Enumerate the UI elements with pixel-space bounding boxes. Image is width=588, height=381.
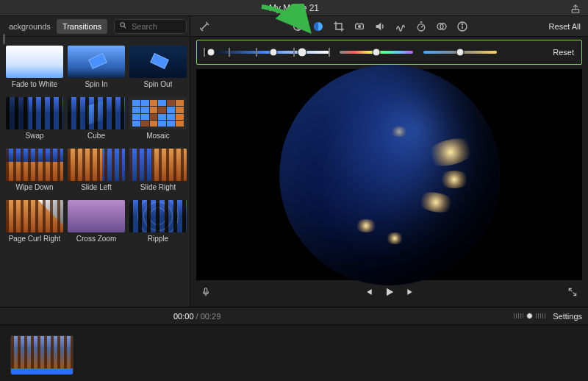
transition-label: Fade to White: [12, 80, 57, 88]
clip-filter-icon[interactable]: [435, 20, 448, 33]
timeline-header: 00:00 / 00:29 Settings: [0, 307, 588, 325]
exposure-highlights-handle[interactable]: [297, 48, 306, 57]
prev-frame-button[interactable]: [363, 287, 373, 300]
stabilization-icon[interactable]: [353, 20, 366, 33]
transition-thumbnail: [68, 97, 125, 129]
transition-thumbnail: [129, 149, 187, 181]
timecode: 00:00 / 00:29: [173, 312, 220, 321]
transition-label: Cross Zoom: [76, 235, 116, 243]
temperature-slider[interactable]: [423, 46, 497, 59]
play-button[interactable]: [384, 286, 395, 301]
exposure-shadows-handle[interactable]: [207, 49, 215, 57]
timeline-zoom-handle[interactable]: [526, 313, 533, 319]
transition-item[interactable]: Cross Zoom: [68, 200, 125, 243]
media-browser: ackgrounds Transitions Fade to WhiteSpin…: [0, 16, 190, 307]
timeline: 00:00 / 00:29 Settings: [0, 307, 588, 381]
volume-icon[interactable]: [373, 20, 387, 33]
speed-icon[interactable]: [415, 20, 428, 33]
transition-label: Spin Out: [144, 80, 173, 88]
timeline-zoom-slider[interactable]: [514, 313, 545, 319]
transition-thumbnail: [129, 46, 187, 78]
temperature-handle[interactable]: [456, 49, 465, 57]
saturation-handle[interactable]: [373, 49, 381, 57]
info-icon[interactable]: [456, 20, 469, 33]
magic-wand-icon[interactable]: [198, 20, 211, 33]
noise-reduction-icon[interactable]: [394, 20, 407, 33]
share-icon[interactable]: [570, 3, 581, 14]
transition-thumbnail: [68, 149, 125, 181]
color-correction-panel: Reset: [196, 40, 582, 65]
transition-label: Wipe Down: [15, 183, 53, 191]
timeline-clip[interactable]: [10, 335, 74, 375]
timeline-settings-button[interactable]: Settings: [553, 312, 582, 321]
transition-item[interactable]: Slide Left: [68, 149, 125, 191]
clip-thumbnail: [11, 336, 73, 368]
color-reset-button[interactable]: Reset: [553, 48, 574, 57]
voiceover-icon[interactable]: [201, 286, 211, 301]
transition-item[interactable]: Cube: [68, 97, 125, 140]
crop-icon[interactable]: [332, 20, 345, 33]
transitions-grid: Fade to WhiteSpin InSpin OutSwapCubeMosa…: [6, 46, 187, 243]
transition-item[interactable]: Fade to White: [6, 46, 63, 88]
transition-label: Slide Left: [81, 183, 112, 191]
transition-thumbnail: [129, 97, 187, 129]
transition-thumbnail: [68, 200, 125, 232]
timecode-duration: 00:29: [201, 312, 221, 321]
title-bar: My Movie 21: [0, 0, 588, 16]
transition-thumbnail: [6, 46, 63, 78]
transition-thumbnail: [6, 97, 63, 129]
transport-bar: [196, 283, 582, 304]
transition-label: Spin In: [85, 80, 107, 88]
tab-backgrounds[interactable]: ackgrounds: [3, 19, 57, 34]
search-field[interactable]: [114, 19, 187, 34]
svg-point-6: [358, 25, 360, 27]
transition-label: Slide Right: [140, 183, 176, 191]
transition-item[interactable]: Swap: [6, 97, 63, 140]
transition-item[interactable]: Ripple: [129, 200, 187, 243]
next-frame-button[interactable]: [406, 287, 416, 300]
timeline-tracks[interactable]: [0, 325, 588, 381]
browser-tabs: ackgrounds Transitions: [0, 16, 190, 37]
transition-label: Ripple: [148, 235, 168, 243]
exposure-mid-handle[interactable]: [269, 49, 277, 57]
svg-point-1: [121, 23, 125, 26]
transition-thumbnail: [6, 200, 63, 232]
clip-audio-track: [11, 368, 73, 374]
transition-label: Cube: [87, 132, 105, 140]
transition-label: Swap: [25, 132, 43, 140]
tab-transitions[interactable]: Transitions: [57, 19, 107, 34]
transition-item[interactable]: Slide Right: [129, 149, 187, 191]
transition-item[interactable]: Wipe Down: [6, 149, 63, 191]
transition-item[interactable]: Page Curl Right: [6, 200, 63, 243]
transition-thumbnail: [129, 200, 187, 232]
reset-all-button[interactable]: Reset All: [549, 22, 581, 31]
svg-line-2: [124, 26, 126, 29]
search-input[interactable]: [130, 21, 182, 32]
exposure-slider[interactable]: [204, 46, 329, 59]
timecode-current: 00:00: [173, 312, 194, 321]
transition-label: Mosaic: [146, 132, 170, 140]
transition-item[interactable]: Spin Out: [129, 46, 187, 88]
fullscreen-icon[interactable]: [567, 287, 578, 300]
transition-thumbnail: [6, 149, 63, 181]
preview-content: [279, 65, 500, 285]
transition-item[interactable]: Spin In: [68, 46, 125, 88]
transition-label: Page Curl Right: [9, 235, 61, 243]
svg-rect-13: [204, 288, 207, 293]
search-icon: [119, 21, 127, 31]
preview-viewer[interactable]: [196, 69, 582, 280]
color-balance-icon[interactable]: [291, 20, 304, 33]
inspector-toolbar: Reset All: [190, 16, 588, 37]
svg-point-12: [462, 24, 462, 24]
transition-item[interactable]: Mosaic: [129, 97, 187, 140]
color-correction-icon[interactable]: [312, 20, 325, 33]
saturation-slider[interactable]: [340, 46, 413, 59]
project-title: My Movie 21: [269, 3, 319, 13]
transition-thumbnail: [68, 46, 125, 78]
svg-point-7: [417, 24, 424, 30]
